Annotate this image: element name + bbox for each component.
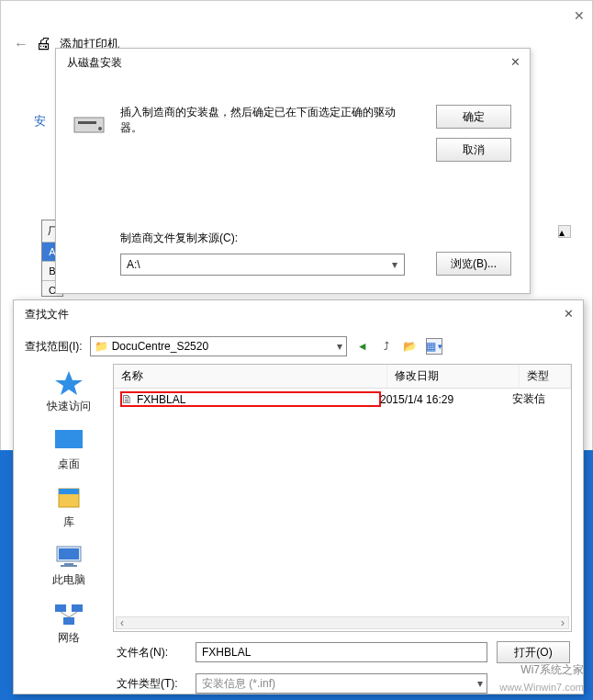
close-icon[interactable]: ✕ xyxy=(564,307,574,321)
places-this-pc[interactable]: 此电脑 xyxy=(52,543,85,588)
source-path-input[interactable] xyxy=(121,254,386,275)
up-one-level-icon[interactable]: ⤴ xyxy=(378,338,395,355)
source-path-combobox[interactable]: ▾ xyxy=(120,254,405,276)
printer-icon: 🖨 xyxy=(36,34,52,53)
chevron-down-icon[interactable]: ▾ xyxy=(477,677,483,690)
file-open-dialog: 查找文件 ✕ 查找范围(I): 📁 DocuCentre_S2520 ▾ ◄ ⤴… xyxy=(13,299,584,694)
source-path-label: 制造商文件复制来源(C): xyxy=(120,231,238,246)
file-dialog-title: 查找文件 xyxy=(14,300,583,329)
wizard-scrollbar-up[interactable]: ▴ xyxy=(558,225,571,238)
svg-rect-13 xyxy=(63,617,74,625)
desktop-icon xyxy=(53,427,84,453)
close-icon[interactable]: ✕ xyxy=(510,55,520,69)
places-bar: 快速访问 桌面 库 此电脑 网络 xyxy=(25,364,113,632)
open-button[interactable]: 打开(O) xyxy=(497,641,570,663)
column-type[interactable]: 类型 xyxy=(520,365,571,388)
svg-rect-11 xyxy=(55,604,66,612)
ok-button[interactable]: 确定 xyxy=(436,105,511,129)
filetype-combobox[interactable]: 安装信息 (*.inf) ▾ xyxy=(196,673,487,694)
svg-rect-12 xyxy=(72,604,83,612)
look-in-combobox[interactable]: 📁 DocuCentre_S2520 ▾ xyxy=(90,336,347,356)
back-icon[interactable]: ◄ xyxy=(354,338,371,355)
list-item[interactable]: 🗎FXHBLAL 2015/1/4 16:29 安装信 xyxy=(114,389,571,410)
svg-rect-1 xyxy=(78,121,96,124)
disk-dialog-title: 从磁盘安装 xyxy=(56,49,530,77)
disk-drive-icon xyxy=(73,110,109,138)
chevron-down-icon[interactable]: ▾ xyxy=(337,340,342,353)
star-icon xyxy=(53,369,84,395)
install-from-disk-dialog: 从磁盘安装 ✕ 插入制造商的安装盘，然后确定已在下面选定正确的驱动器。 确定 取… xyxy=(55,48,531,294)
chevron-down-icon[interactable]: ▾ xyxy=(387,256,402,273)
view-menu-icon[interactable]: ▦▾ xyxy=(426,338,442,355)
places-network[interactable]: 网络 xyxy=(53,601,84,646)
svg-rect-4 xyxy=(55,430,83,448)
disk-instruction-text: 插入制造商的安装盘，然后确定已在下面选定正确的驱动器。 xyxy=(120,105,405,136)
libraries-icon xyxy=(53,485,84,511)
column-name[interactable]: 名称 xyxy=(114,365,387,388)
filename-label: 文件名(N): xyxy=(117,645,186,660)
pc-icon xyxy=(53,543,84,569)
svg-rect-9 xyxy=(64,563,73,565)
filename-input[interactable] xyxy=(196,642,487,662)
places-libraries[interactable]: 库 xyxy=(53,485,84,530)
folder-icon: 📁 xyxy=(95,340,108,353)
file-list[interactable]: 名称 修改日期 类型 🗎FXHBLAL 2015/1/4 16:29 安装信 ‹… xyxy=(113,364,572,632)
horizontal-scrollbar[interactable]: ‹› xyxy=(116,616,569,629)
cancel-button[interactable]: 取消 xyxy=(436,138,511,162)
inf-file-icon: 🗎 xyxy=(121,392,133,406)
new-folder-icon[interactable]: 📂 xyxy=(402,338,419,355)
back-arrow-icon[interactable]: ← xyxy=(14,36,28,52)
watermark-url: www.Winwin7.com xyxy=(499,682,584,693)
file-list-header[interactable]: 名称 修改日期 类型 xyxy=(114,365,571,389)
svg-rect-8 xyxy=(59,548,79,559)
svg-marker-3 xyxy=(55,371,83,395)
network-icon xyxy=(53,601,84,627)
places-desktop[interactable]: 桌面 xyxy=(53,427,84,472)
look-in-value: DocuCentre_S2520 xyxy=(112,340,208,353)
places-quick-access[interactable]: 快速访问 xyxy=(47,369,91,414)
watermark-text: Wi7系统之家 xyxy=(520,662,584,678)
svg-line-14 xyxy=(61,612,69,617)
svg-rect-6 xyxy=(59,489,79,494)
svg-point-2 xyxy=(98,127,102,130)
browse-button[interactable]: 浏览(B)... xyxy=(436,252,511,276)
filetype-label: 文件类型(T): xyxy=(117,676,186,692)
svg-line-15 xyxy=(69,612,77,617)
wizard-subtitle-partial: 安 xyxy=(34,113,46,130)
svg-rect-10 xyxy=(61,565,77,567)
close-icon[interactable]: ✕ xyxy=(574,8,585,23)
look-in-label: 查找范围(I): xyxy=(25,339,83,355)
column-date[interactable]: 修改日期 xyxy=(387,365,520,388)
